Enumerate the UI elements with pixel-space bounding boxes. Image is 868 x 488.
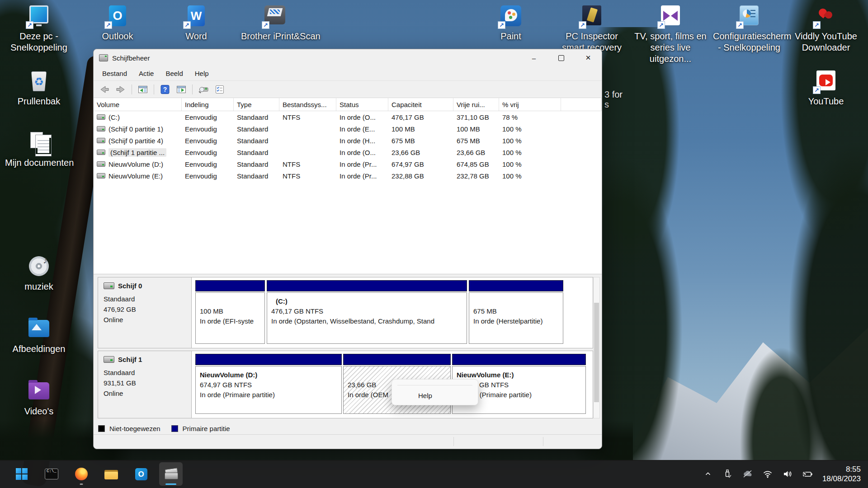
- menu-bestand[interactable]: Bestand: [96, 70, 133, 77]
- desktop-icon-word[interactable]: Word: [162, 4, 230, 42]
- partition-schijf0-c[interactable]: (C:) 476,17 GB NTFS In orde (Opstarten, …: [267, 280, 467, 344]
- menu-actie[interactable]: Actie: [133, 70, 160, 77]
- tray-battery[interactable]: [800, 465, 815, 483]
- checklist-icon: [214, 84, 225, 95]
- properties-button[interactable]: [212, 83, 227, 96]
- help-button[interactable]: ?: [158, 83, 172, 96]
- disk-info-schijf0[interactable]: Schijf 0 Standaard 476,92 GB Online: [98, 277, 192, 348]
- partition-color-bar: [195, 354, 342, 365]
- desktop-icon-tv-sport[interactable]: TV, sport, films en series live uitgezon…: [634, 4, 707, 65]
- documents-icon: [27, 130, 51, 155]
- tray-onedrive[interactable]: [740, 465, 755, 483]
- volume-row-nieuwvolume-e[interactable]: NieuwVolume (E:) Eenvoudig Standaard NTF…: [94, 170, 602, 182]
- disk-management-icon: [164, 468, 178, 480]
- volume-icon: [97, 161, 105, 167]
- desktop-icon-configuratiescherm[interactable]: Configuratiescherm - Snelkoppeling: [713, 4, 785, 53]
- desktop-icon-brother-iprint[interactable]: Brother iPrint&Scan: [241, 4, 309, 42]
- disk-row-schijf1: Schijf 1 Standaard 931,51 GB Online Nieu…: [98, 351, 593, 418]
- partition-size: 476,17 GB NTFS: [271, 306, 462, 316]
- shortcut-arrow-icon: [498, 21, 505, 29]
- legend: Niet-toegewezen Primaire partitie: [94, 422, 602, 434]
- tray-usb[interactable]: [720, 465, 736, 483]
- tray-volume[interactable]: [780, 465, 795, 483]
- disk-row-schijf0: Schijf 0 Standaard 476,92 GB Online 100 …: [98, 277, 593, 348]
- file-explorer-icon: [104, 469, 118, 479]
- column-header-volume[interactable]: Volume: [94, 98, 182, 111]
- close-button[interactable]: ✕: [575, 49, 602, 66]
- windows-logo-icon: [16, 468, 28, 480]
- context-menu-help[interactable]: Help: [397, 389, 475, 403]
- taskbar-outlook[interactable]: O: [129, 462, 153, 486]
- desktop-icon-muziek[interactable]: muziek: [5, 254, 73, 292]
- disk-graphical-pane: Schijf 0 Standaard 476,92 GB Online 100 …: [94, 275, 602, 422]
- outlook-icon: O: [135, 468, 147, 480]
- toolbar-separator: [192, 84, 193, 94]
- toolbar-separator: [154, 84, 154, 94]
- desktop-icon-youtube[interactable]: YouTube: [792, 69, 860, 107]
- column-header-type[interactable]: Type: [234, 98, 279, 111]
- column-header-indeling[interactable]: Indeling: [182, 98, 234, 111]
- volume-row-schijf0-partitie1[interactable]: (Schijf 0 partitie 1) Eenvoudig Standaar…: [94, 123, 602, 135]
- volume-row-nieuwvolume-d[interactable]: NieuwVolume (D:) Eenvoudig Standaard NTF…: [94, 158, 602, 170]
- column-header-status[interactable]: Status: [336, 98, 388, 111]
- disk-size: 931,51 GB: [104, 378, 191, 388]
- firefox-icon: [75, 468, 88, 480]
- vertical-scrollbar[interactable]: [593, 277, 600, 418]
- column-header-bestandssysteem[interactable]: Bestandssys...: [279, 98, 336, 111]
- partition-schijf1-d[interactable]: NieuwVolume (D:) 674,97 GB NTFS In orde …: [195, 354, 342, 414]
- titlebar[interactable]: Schijfbeheer – ✕: [94, 49, 602, 66]
- forward-button[interactable]: [113, 83, 128, 96]
- desktop-icon-label: Afbeeldingen: [5, 343, 73, 355]
- back-button[interactable]: [97, 83, 112, 96]
- partition-size: 100 MB: [200, 306, 260, 316]
- desktop-icon-paint[interactable]: Paint: [477, 4, 545, 42]
- desktop-icon-label: TV, sport, films en series live uitgezon…: [634, 31, 707, 65]
- action-pane-icon: [176, 84, 187, 95]
- scrollbar-thumb[interactable]: [594, 303, 599, 402]
- partition-size: 675 MB: [473, 306, 559, 316]
- chevron-up-icon: [704, 470, 712, 478]
- desktop-icon-viddly[interactable]: Viddly YouTube Downloader: [792, 4, 860, 53]
- volume-list: Volume Indeling Type Bestandssys... Stat…: [94, 98, 602, 274]
- help-icon: ?: [160, 84, 170, 95]
- column-header-pct-vrij[interactable]: % vrij: [499, 98, 561, 111]
- disk-info-schijf1[interactable]: Schijf 1 Standaard 931,51 GB Online: [98, 351, 192, 418]
- taskbar-disk-management[interactable]: [159, 462, 183, 486]
- disk-management-window: Schijfbeheer – ✕ Bestand Actie Beeld Hel…: [93, 49, 602, 449]
- console-tree-button[interactable]: [136, 83, 150, 96]
- desktop-icon-afbeeldingen[interactable]: Afbeeldingen: [5, 316, 73, 355]
- shortcut-arrow-icon: [183, 21, 191, 29]
- desktop-icon-mijn-documenten[interactable]: Mijn documenten: [5, 130, 73, 169]
- rescan-disks-button[interactable]: [196, 83, 211, 96]
- column-header-vrije-ruimte[interactable]: Vrije rui...: [453, 98, 499, 111]
- taskbar-terminal[interactable]: C:\_: [40, 462, 63, 486]
- volume-row-schijf0-partitie4[interactable]: (Schijf 0 partitie 4) Eenvoudig Standaar…: [94, 135, 602, 146]
- column-header-capaciteit[interactable]: Capaciteit: [388, 98, 453, 111]
- partition-schijf0-efi[interactable]: 100 MB In orde (EFI-syste: [195, 280, 265, 344]
- disk-type: Standaard: [104, 367, 191, 378]
- tray-wifi[interactable]: [760, 465, 775, 483]
- disk-status: Online: [104, 314, 191, 325]
- volume-row-schijf1-partitie-selected[interactable]: (Schijf 1 partitie ... Eenvoudig Standaa…: [94, 146, 602, 158]
- desktop-icon-videos[interactable]: Video's: [5, 379, 73, 417]
- action-pane-button[interactable]: [174, 83, 189, 96]
- taskbar-firefox[interactable]: [70, 462, 93, 486]
- taskbar-file-explorer[interactable]: [99, 462, 123, 486]
- menu-beeld[interactable]: Beeld: [160, 70, 189, 77]
- desktop-icon-deze-pc[interactable]: Deze pc - Snelkoppeling: [5, 4, 73, 53]
- menu-help[interactable]: Help: [189, 70, 215, 77]
- volume-row-c[interactable]: (C:) Eenvoudig Standaard NTFS In orde (O…: [94, 111, 602, 123]
- desktop-icon-pc-inspector[interactable]: PC Inspector smart recovery: [556, 4, 628, 53]
- desktop-icon-prullenbak[interactable]: Prullenbak: [5, 69, 73, 107]
- outlook-icon: [105, 4, 130, 28]
- desktop-icon-label: Mijn documenten: [5, 157, 73, 169]
- desktop-icon-outlook[interactable]: Outlook: [84, 4, 151, 42]
- hidden-icons-chevron[interactable]: [700, 465, 716, 483]
- start-button[interactable]: [10, 462, 33, 486]
- partition-schijf0-herstel[interactable]: 675 MB In orde (Herstelpartitie): [469, 280, 563, 344]
- taskbar-clock[interactable]: 8:55 18/08/2023: [822, 465, 861, 483]
- minimize-button[interactable]: –: [520, 49, 547, 66]
- maximize-button[interactable]: [547, 49, 575, 66]
- music-cd-icon: [27, 254, 51, 278]
- desktop-icon-label: Deze pc - Snelkoppeling: [5, 31, 73, 53]
